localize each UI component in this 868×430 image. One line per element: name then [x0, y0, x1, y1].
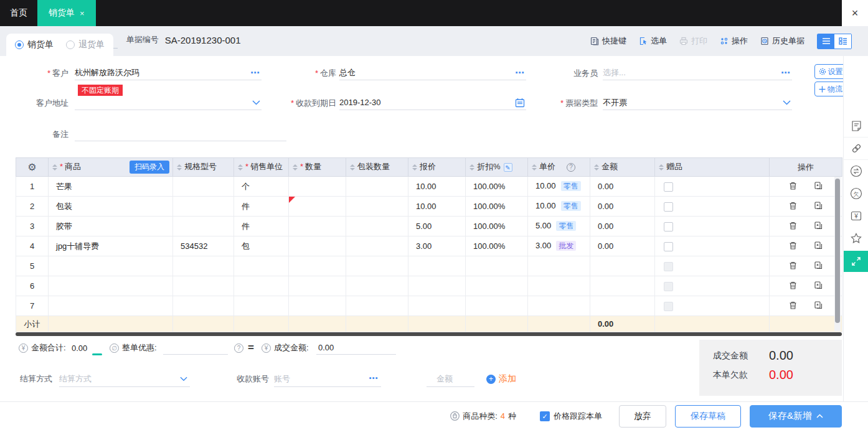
delete-row-icon[interactable] [788, 181, 798, 192]
gift-checkbox[interactable] [664, 242, 673, 251]
save-and-new-button[interactable]: 保存&新增 [750, 405, 842, 428]
bill-type-select[interactable]: 不开票 [603, 95, 792, 110]
scan-entry-button[interactable]: 扫码录入 [130, 161, 169, 174]
cell-qty[interactable] [289, 296, 346, 316]
sort-carets-icon[interactable] [469, 162, 474, 173]
cell-qty[interactable] [289, 197, 346, 217]
cell-discount[interactable]: 100.00% [466, 177, 528, 197]
cell-amount[interactable]: 0.00 [590, 197, 655, 217]
add-payment-button[interactable]: + 添加 [486, 371, 516, 387]
cell-product[interactable]: 包装 [49, 197, 173, 217]
warehouse-picker-icon[interactable]: ⋯ [515, 70, 525, 76]
radio-sales-order[interactable]: 销货单 [15, 39, 54, 50]
list-view-toggle[interactable] [818, 34, 834, 49]
deal-amount-input[interactable]: 0.00 [316, 341, 396, 355]
cell-amount[interactable] [590, 256, 655, 276]
cell-qty[interactable] [289, 236, 346, 256]
cell-price[interactable]: 3.00批发 [528, 236, 590, 256]
cell-product[interactable] [49, 256, 173, 276]
column-header-discount[interactable]: 折扣%✎ [466, 158, 528, 177]
save-draft-button[interactable]: 保存草稿 [675, 405, 741, 428]
cell-unit[interactable] [234, 276, 289, 296]
exchange-tool-button[interactable] [844, 160, 868, 182]
nav-home[interactable]: 首页 [0, 0, 37, 26]
vertical-scrollbar-thumb[interactable] [835, 179, 840, 323]
card-view-toggle[interactable] [834, 34, 851, 49]
cell-price[interactable] [528, 296, 590, 316]
column-header-product[interactable]: *商品扫码录入 [49, 158, 173, 177]
cell-amount[interactable]: 0.00 [590, 236, 655, 256]
expand-tool-button[interactable] [844, 251, 868, 272]
settings-button[interactable]: 设置 [814, 64, 847, 79]
cash-tool-button[interactable]: ¥ [844, 205, 868, 227]
payment-amount-input[interactable]: 金额 [427, 371, 474, 387]
column-header-price[interactable]: 单价? [528, 158, 590, 177]
cell-pkg-qty[interactable] [346, 197, 408, 217]
cell-discount[interactable]: 100.00% [466, 197, 528, 217]
cell-unit[interactable] [234, 256, 289, 276]
logistics-button[interactable]: 物流 [814, 82, 847, 96]
delete-row-icon[interactable] [788, 301, 798, 312]
cell-discount[interactable] [466, 256, 528, 276]
checkbox-checked-icon[interactable]: ✓ [540, 411, 550, 421]
cell-pkg-qty[interactable] [346, 177, 408, 197]
action-pick-button[interactable]: 选单 [639, 35, 667, 47]
action-print-button[interactable]: 打印 [679, 35, 707, 47]
cell-pkg-qty[interactable] [346, 236, 408, 256]
cell-pkg-qty[interactable] [346, 276, 408, 296]
sort-carets-icon[interactable] [412, 162, 417, 173]
cell-product[interactable]: jpg十辅导费 [49, 236, 173, 256]
cell-amount[interactable]: 0.00 [590, 217, 655, 236]
help-icon[interactable]: ? [234, 344, 243, 353]
cell-product[interactable]: 胶带 [49, 217, 173, 236]
cell-spec[interactable] [173, 177, 234, 197]
edit-discount-icon[interactable]: ✎ [504, 163, 512, 172]
sort-carets-icon[interactable] [594, 162, 599, 173]
account-picker-icon[interactable]: ⋯ [369, 373, 379, 383]
copy-row-icon[interactable] [814, 221, 823, 232]
remark-input[interactable] [75, 126, 286, 141]
price-track-toggle[interactable]: ✓ 价格跟踪本单 [540, 411, 602, 422]
tab-close-icon[interactable]: × [80, 9, 85, 18]
gift-checkbox[interactable] [664, 302, 673, 311]
receive-account-input[interactable]: 账号 ⋯ [274, 371, 381, 387]
horizontal-scrollbar-thumb[interactable] [16, 332, 842, 336]
cell-unit[interactable]: 包 [234, 236, 289, 256]
cell-amount[interactable] [590, 276, 655, 296]
sort-carets-icon[interactable] [238, 162, 243, 173]
column-header-amount[interactable]: 金额 [590, 158, 655, 177]
cell-discount[interactable]: 100.00% [466, 236, 528, 256]
copy-row-icon[interactable] [814, 181, 823, 192]
cell-spec[interactable] [173, 217, 234, 236]
address-input[interactable] [75, 95, 262, 110]
cell-unit[interactable]: 件 [234, 217, 289, 236]
link-tool-button[interactable] [844, 138, 868, 160]
salesman-picker-icon[interactable]: ⋯ [781, 70, 791, 76]
cell-price[interactable]: 10.00零售 [528, 177, 590, 197]
copy-row-icon[interactable] [814, 261, 823, 272]
radio-return-order[interactable]: 退货单 [66, 39, 105, 50]
debt-tool-button[interactable]: 欠 [844, 182, 868, 205]
cell-product[interactable]: 芒果 [49, 177, 173, 197]
delete-row-icon[interactable] [788, 221, 798, 232]
cell-quote[interactable]: 3.00 [408, 236, 466, 256]
cell-discount[interactable] [466, 276, 528, 296]
gift-checkbox[interactable] [664, 222, 673, 231]
cell-price[interactable] [528, 276, 590, 296]
order-discount-input[interactable] [163, 341, 228, 355]
action-ops-button[interactable]: 操作 [720, 35, 748, 47]
cell-quote[interactable]: 10.00 [408, 177, 466, 197]
cell-unit[interactable]: 个 [234, 177, 289, 197]
cell-unit[interactable]: 件 [234, 197, 289, 217]
copy-row-icon[interactable] [814, 201, 823, 212]
cell-unit[interactable] [234, 296, 289, 316]
tab-sales-order[interactable]: 销货单 × [37, 0, 96, 26]
copy-row-icon[interactable] [814, 281, 823, 292]
cell-spec[interactable] [173, 276, 234, 296]
cell-qty[interactable] [289, 217, 346, 236]
cell-quote[interactable] [408, 256, 466, 276]
sort-carets-icon[interactable] [293, 162, 298, 173]
cell-quote[interactable] [408, 276, 466, 296]
window-close-button[interactable]: × [842, 0, 868, 26]
cell-pkg-qty[interactable] [346, 256, 408, 276]
